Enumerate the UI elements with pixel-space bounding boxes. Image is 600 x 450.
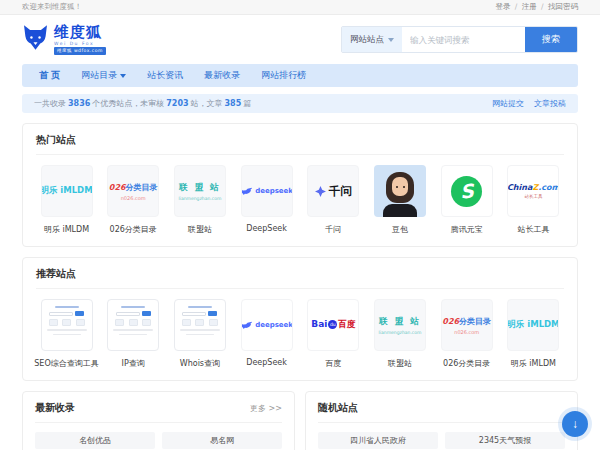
site-card-026[interactable]: 026分类目录 n026.com 026分类目录 — [103, 165, 164, 235]
nav-item-home[interactable]: 首 页 — [39, 69, 60, 82]
site-card-yuanbao[interactable]: S 腾讯元宝 — [436, 165, 497, 235]
site-card-deepseek[interactable]: deepseek DeepSeek — [236, 165, 297, 235]
site-card-mingle[interactable]: 明乐 iMLDM 明乐 iMLDM — [503, 299, 564, 369]
baidu-logo: Bai du 百度 — [307, 299, 359, 351]
recommended-sites-section: 推荐站点 SEO综合查询工具 IP查询 — [22, 257, 578, 381]
submit-site-link[interactable]: 网站提交 — [492, 98, 524, 109]
scroll-down-button[interactable]: ↓ — [562, 411, 588, 437]
pending-count: 7203 — [166, 99, 188, 108]
more-link[interactable]: 更多 >> — [250, 403, 282, 414]
register-link[interactable]: 注册 — [522, 2, 537, 11]
recommended-sites-title: 推荐站点 — [36, 267, 76, 281]
list-item[interactable]: 名创优品 — [35, 432, 155, 449]
baidu-paw-icon: du — [328, 320, 337, 329]
site-card-doubao[interactable]: 豆包 — [370, 165, 431, 235]
articles-count: 385 — [225, 99, 242, 108]
recover-password-link[interactable]: 找回密码 — [548, 2, 578, 11]
yuanbao-logo: S — [441, 165, 493, 217]
hot-sites-title: 热门站点 — [36, 133, 76, 147]
o26-logo: 026分类目录 n026.com — [441, 299, 493, 351]
auth-separator: / — [541, 2, 544, 11]
random-sites-title: 随机站点 — [318, 401, 358, 415]
site-card-lianmengzhan[interactable]: 联 盟 站 lianmengzhan.com 联盟站 — [169, 165, 230, 235]
whale-icon — [241, 186, 254, 196]
list-item[interactable]: 四川省人民政府 — [318, 432, 438, 449]
welcome-text: 欢迎来到维度狐！ — [22, 2, 82, 12]
webpage-thumbnail — [174, 299, 226, 351]
main-nav: 首 页 网站目录 站长资讯 最新收录 网站排行榜 — [22, 64, 578, 87]
auth-links: 登录 / 注册 / 找回密码 — [495, 2, 578, 12]
fox-logo-icon — [22, 24, 49, 55]
nav-item-ranking[interactable]: 网站排行榜 — [261, 69, 306, 82]
deepseek-logo: deepseek — [241, 299, 293, 351]
site-card-whois-query[interactable]: Whois查询 — [169, 299, 230, 369]
site-card-026[interactable]: 026分类目录 n026.com 026分类目录 — [436, 299, 497, 369]
search-bar: 网站站点 搜索 — [341, 26, 578, 53]
webpage-thumbnail — [41, 299, 93, 351]
stats-text: 一共收录3836个优秀站点，未审核7203站，文章385篇 — [34, 98, 251, 109]
whale-icon — [241, 320, 254, 330]
search-button[interactable]: 搜索 — [525, 27, 577, 52]
site-card-ip-query[interactable]: IP查询 — [103, 299, 164, 369]
logo-subtitle: Wei Du Fox — [54, 42, 106, 47]
top-welcome-bar: 欢迎来到维度狐！ 登录 / 注册 / 找回密码 — [0, 0, 600, 15]
logo-title: 维度狐 — [54, 25, 106, 40]
qianwen-star-icon — [315, 186, 326, 197]
latest-included-section: 最新收录 更多 >> 名创优品 易名网 中央气象台 国家宗教事务局 — [22, 391, 295, 450]
nav-item-directory[interactable]: 网站目录 — [81, 69, 126, 82]
chinaz-logo: ChinaZ.com 站长工具 — [507, 165, 559, 217]
lianmengzhan-logo: 联 盟 站 lianmengzhan.com — [374, 299, 426, 351]
search-input[interactable] — [402, 27, 525, 52]
chevron-down-icon — [388, 38, 394, 42]
login-link[interactable]: 登录 — [495, 2, 510, 11]
lianmengzhan-logo: 联 盟 站 lianmengzhan.com — [174, 165, 226, 217]
mingle-logo: 明乐 iMLDM — [41, 165, 93, 217]
submit-article-link[interactable]: 文章投稿 — [534, 98, 566, 109]
latest-included-title: 最新收录 — [35, 401, 75, 415]
chevron-down-icon — [120, 74, 126, 78]
nav-item-latest[interactable]: 最新收录 — [204, 69, 240, 82]
site-card-seo-tool[interactable]: SEO综合查询工具 — [36, 299, 97, 369]
stats-bar: 一共收录3836个优秀站点，未审核7203站，文章385篇 网站提交 文章投稿 — [22, 94, 578, 113]
o26-logo: 026分类目录 n026.com — [107, 165, 159, 217]
logo-domain-badge: 维度狐 wdfox.com — [54, 47, 106, 55]
search-category-dropdown[interactable]: 网站站点 — [342, 27, 402, 52]
site-card-qianwen[interactable]: 千问 千问 — [303, 165, 364, 235]
site-card-chinaz[interactable]: ChinaZ.com 站长工具 站长工具 — [503, 165, 564, 235]
mingle-logo: 明乐 iMLDM — [507, 299, 559, 351]
site-card-lianmengzhan[interactable]: 联 盟 站 lianmengzhan.com 联盟站 — [370, 299, 431, 369]
site-header: 维度狐 Wei Du Fox 维度狐 wdfox.com 网站站点 搜索 — [0, 15, 600, 62]
list-item[interactable]: 易名网 — [162, 432, 282, 449]
deepseek-logo: deepseek — [241, 165, 293, 217]
webpage-thumbnail — [107, 299, 159, 351]
random-sites-section: 随机站点 四川省人民政府 2345天气预报 苏宁物流 学大教育 — [305, 391, 578, 450]
sites-count: 3836 — [68, 99, 90, 108]
qianwen-logo: 千问 — [307, 165, 359, 217]
site-logo[interactable]: 维度狐 Wei Du Fox 维度狐 wdfox.com — [22, 24, 106, 55]
auth-separator: / — [515, 2, 518, 11]
nav-item-news[interactable]: 站长资讯 — [147, 69, 183, 82]
list-item[interactable]: 2345天气预报 — [445, 432, 565, 449]
site-card-mingle[interactable]: 明乐 iMLDM 明乐 iMLDM — [36, 165, 97, 235]
hot-sites-section: 热门站点 明乐 iMLDM 明乐 iMLDM 026分类目录 n026.com … — [22, 123, 578, 247]
site-card-deepseek[interactable]: deepseek DeepSeek — [236, 299, 297, 369]
arrow-down-icon: ↓ — [572, 417, 578, 431]
doubao-avatar — [374, 165, 426, 217]
site-card-baidu[interactable]: Bai du 百度 百度 — [303, 299, 364, 369]
